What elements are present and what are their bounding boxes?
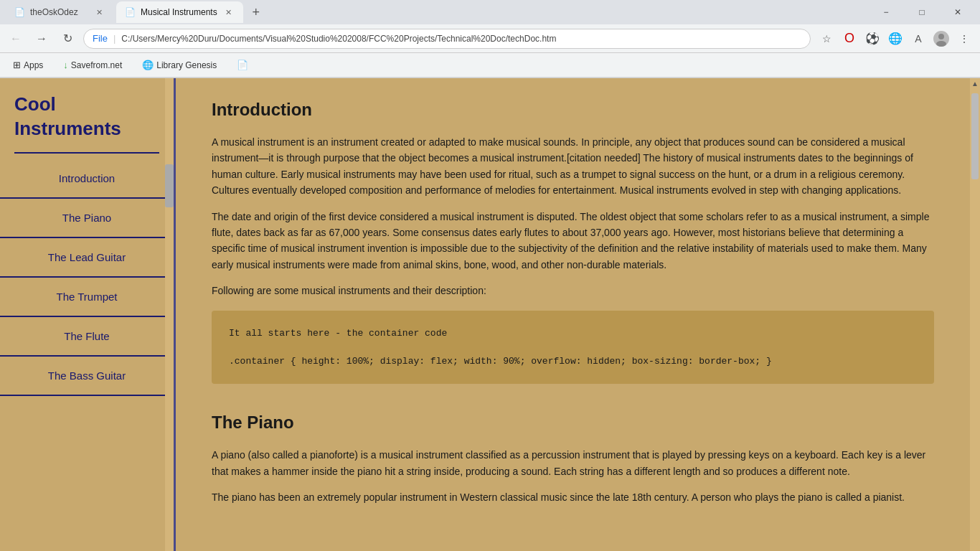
svg-point-1	[938, 34, 944, 39]
apps-icon: ⊞	[13, 60, 21, 70]
toolbar-icons: ☆ O ⚽ 🌐 A ⋮	[816, 29, 974, 49]
section-piano: The Piano A piano (also called a pianofo…	[212, 413, 934, 505]
bookmarks-bar: ⊞ Apps ↓ Savefrom.net 🌐 Library Genesis …	[0, 53, 980, 77]
address-bar: ← → ↻ File | C:/Users/Mercy%20Duru/Docum…	[0, 24, 980, 53]
tab-musical-instruments[interactable]: 📄 Musical Instruments ✕	[116, 1, 243, 23]
browser-chrome: 📄 theOskOdez ✕ 📄 Musical Instruments ✕ +…	[0, 0, 980, 78]
ext2-icon[interactable]: 🌐	[885, 29, 905, 49]
main-content: Introduction A musical instrument is an …	[176, 78, 970, 551]
url-bar[interactable]: File | C:/Users/Mercy%20Duru/Documents/V…	[83, 29, 811, 49]
sidebar-item-bass-guitar[interactable]: The Bass Guitar	[0, 357, 174, 396]
new-tab-button[interactable]: +	[246, 2, 266, 22]
avatar-icon[interactable]	[931, 29, 951, 49]
menu-icon[interactable]: ⋮	[954, 29, 974, 49]
ext1-icon[interactable]: ⚽	[862, 29, 882, 49]
bookmark-star-icon[interactable]: ☆	[816, 29, 837, 49]
tab-icon-1: 📄	[14, 7, 24, 17]
nav-item-label-flute: The Flute	[64, 330, 109, 342]
back-button[interactable]: ←	[6, 29, 26, 49]
minimize-button[interactable]: −	[870, 0, 903, 24]
tab-label-1: theOskOdez	[30, 7, 78, 17]
sidebar-item-introduction[interactable]: Introduction	[0, 159, 174, 199]
section-para-intro-3: Following are some musical instruments a…	[212, 283, 934, 298]
section-title-introduction: Introduction	[212, 100, 934, 120]
sidebar-item-trumpet[interactable]: The Trumpet	[0, 278, 174, 317]
sidebar-item-lead-guitar[interactable]: The Lead Guitar	[0, 238, 174, 278]
url-protocol: File	[93, 33, 108, 44]
content-scrollbar[interactable]: ▲	[970, 78, 980, 551]
library-genesis-icon: 🌐	[142, 60, 154, 70]
close-button[interactable]: ✕	[941, 0, 974, 24]
sidebar-title: Cool Instruments	[0, 78, 174, 152]
sidebar-nav: Introduction The Piano The Lead Guitar T…	[0, 154, 174, 402]
bookmark-library-genesis[interactable]: 🌐 Library Genesis	[138, 57, 221, 73]
section-title-piano: The Piano	[212, 413, 934, 433]
maximize-button[interactable]: □	[905, 0, 938, 24]
file-icon: 📄	[237, 60, 248, 70]
ext3-icon[interactable]: A	[908, 29, 928, 49]
tab-theoscodez[interactable]: 📄 theOskOdez ✕	[6, 1, 113, 23]
section-para-piano-1: A piano (also called a pianoforte) is a …	[212, 447, 934, 479]
window-controls: − □ ✕	[870, 0, 974, 24]
section-para-intro-2: The date and origin of the first device …	[212, 209, 934, 273]
tab-label-2: Musical Instruments	[141, 7, 217, 17]
code-line-2: .container { height: 100%; display: flex…	[229, 353, 917, 369]
svg-point-2	[936, 41, 946, 47]
nav-item-label-introduction: Introduction	[59, 172, 115, 184]
bookmark-file[interactable]: 📄	[232, 57, 253, 73]
savefrom-icon: ↓	[63, 60, 68, 70]
content-scroll-thumb[interactable]	[971, 93, 979, 179]
sidebar-item-piano[interactable]: The Piano	[0, 199, 174, 238]
scroll-up-arrow[interactable]: ▲	[971, 80, 979, 88]
bookmark-library-genesis-label: Library Genesis	[156, 60, 217, 70]
tab-close-2[interactable]: ✕	[223, 6, 235, 18]
forward-button[interactable]: →	[32, 29, 52, 49]
section-para-intro-1: A musical instrument is an instrument cr…	[212, 134, 934, 199]
sidebar-scrollbar[interactable]	[165, 78, 174, 551]
sidebar-scroll-thumb[interactable]	[165, 164, 174, 207]
section-para-piano-2: The piano has been an extremely popular …	[212, 489, 934, 505]
reload-button[interactable]: ↻	[57, 29, 77, 49]
opera-icon[interactable]: O	[839, 29, 859, 49]
sidebar: Cool Instruments Introduction The Piano …	[0, 78, 176, 551]
title-bar: 📄 theOskOdez ✕ 📄 Musical Instruments ✕ +…	[0, 0, 980, 24]
bookmark-apps-label: Apps	[24, 60, 43, 70]
url-text: C:/Users/Mercy%20Duru/Documents/Visual%2…	[121, 34, 556, 44]
nav-item-label-trumpet: The Trumpet	[56, 291, 117, 303]
bookmark-apps[interactable]: ⊞ Apps	[9, 57, 47, 73]
tab-close-1[interactable]: ✕	[93, 6, 105, 18]
tab-icon-2: 📄	[125, 7, 135, 17]
url-separator: |	[113, 33, 116, 44]
bookmark-savefrom-label: Savefrom.net	[71, 60, 122, 70]
page-container: Cool Instruments Introduction The Piano …	[0, 78, 980, 551]
code-line-1: It all starts here - the container code	[229, 325, 917, 342]
nav-item-label-bass-guitar: The Bass Guitar	[48, 369, 126, 382]
nav-item-label-piano: The Piano	[62, 212, 111, 224]
bookmark-savefrom[interactable]: ↓ Savefrom.net	[59, 57, 126, 73]
nav-item-label-lead-guitar: The Lead Guitar	[48, 251, 126, 263]
sidebar-item-flute[interactable]: The Flute	[0, 317, 174, 357]
section-introduction: Introduction A musical instrument is an …	[212, 100, 934, 384]
code-block-intro: It all starts here - the container code …	[212, 311, 934, 385]
